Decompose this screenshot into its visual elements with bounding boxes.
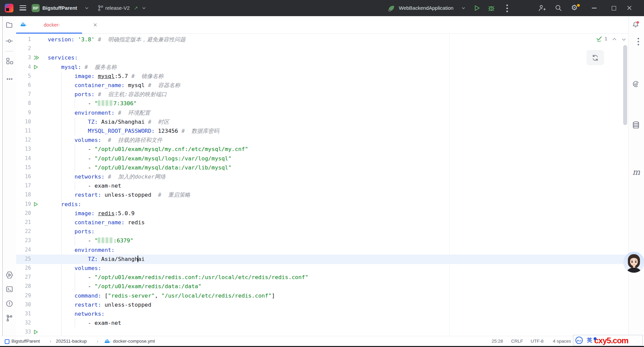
breadcrumb-folder[interactable]: 202511-backup <box>56 336 87 346</box>
code-text[interactable]: services: <box>48 53 78 62</box>
tab-docker-compose[interactable]: docker-compose.yml <box>16 16 84 34</box>
code-line: 23 - ":6379" <box>16 236 628 245</box>
code-text[interactable]: environment: # 环境配置 <box>48 108 150 117</box>
code-text[interactable]: version: '3.8' # 明确指定版本，避免兼容性问题 <box>48 35 186 44</box>
code-text[interactable]: - "/opt/u01/exam/mysql/data:/var/lib/mys… <box>48 163 231 172</box>
code-text[interactable]: - ":6379" <box>48 236 134 245</box>
breadcrumb-file[interactable]: docker-compose.yml <box>113 336 155 346</box>
line-number: 6 <box>16 81 31 90</box>
code-line: 7 ports: # 宿主机:容器的映射端口 <box>16 90 628 99</box>
tab-close-icon[interactable] <box>93 23 98 27</box>
code-text[interactable]: networks: <box>48 309 105 318</box>
code-text[interactable]: redis: <box>48 200 81 209</box>
code-text[interactable]: image: redis:5.0.9 <box>48 209 135 218</box>
search-icon[interactable] <box>555 4 562 12</box>
watermark-logo: cxy5.com <box>594 336 628 345</box>
run-gutter-icon[interactable] <box>33 64 39 71</box>
chevron-down-icon[interactable] <box>461 6 465 10</box>
code-text[interactable]: environment: <box>48 245 115 255</box>
refresh-button[interactable] <box>586 50 604 65</box>
debug-button[interactable] <box>488 4 495 12</box>
code-text[interactable]: - "/opt/u01/exam/mysql/logs:/var/log/mys… <box>48 154 231 163</box>
more-actions-icon[interactable]: ••• <box>504 4 510 13</box>
ime-language[interactable]: 英 <box>587 337 592 344</box>
structure-tool-icon[interactable] <box>6 57 13 65</box>
chevron-down-icon[interactable] <box>85 6 89 10</box>
code-text[interactable]: restart: unless-stopped <box>48 300 151 309</box>
git-tool-icon[interactable] <box>6 314 13 322</box>
code-line: 13 - "/opt/u01/exam/mysql/my.cnf:/etc/my… <box>16 145 628 154</box>
code-text[interactable]: - "7:3306" <box>48 99 137 108</box>
maven-tool-icon[interactable]: m <box>631 167 641 177</box>
code-text[interactable]: mysql: # 服务名称 <box>48 63 117 72</box>
ai-assistant-icon[interactable] <box>632 80 639 87</box>
code-line: 26 volumes: <box>16 264 628 273</box>
update-branch-icon[interactable]: ↗ <box>134 0 138 16</box>
code-line: 9 environment: # 环境配置 <box>16 108 628 118</box>
next-problem-icon[interactable] <box>621 38 626 41</box>
notifications-bell-icon[interactable] <box>632 21 639 28</box>
chevron-down-icon[interactable] <box>142 6 146 10</box>
code-text[interactable]: volumes: # 挂载的路径和文件 <box>48 136 162 145</box>
settings-gear-icon[interactable]: ⚙ <box>571 0 578 16</box>
database-tool-icon[interactable] <box>632 121 639 128</box>
inspections-widget[interactable]: 1 <box>596 35 628 43</box>
problems-tool-icon[interactable] <box>6 300 13 307</box>
project-tool-icon[interactable] <box>6 22 13 29</box>
branch-name[interactable]: release-V2 <box>105 0 130 16</box>
code-text[interactable]: - "/opt/u01/exam/redis/data:/data" <box>48 282 201 291</box>
project-name[interactable]: BigstuffParent <box>42 0 77 16</box>
redacted-blur <box>98 237 113 243</box>
line-separator[interactable]: CRLF <box>511 336 523 346</box>
code-text[interactable]: command: ["redis-server", "/usr/local/et… <box>48 291 275 300</box>
project-badge[interactable]: BP <box>32 4 40 12</box>
code-text[interactable]: - "/opt/u01/exam/redis/redis.conf:/usr/l… <box>48 273 308 282</box>
run-gutter-icon[interactable] <box>33 201 39 208</box>
code-line: 1version: '3.8' # 明确指定版本，避免兼容性问题 <box>16 35 628 44</box>
code-line: 15 - "/opt/u01/exam/mysql/data:/var/lib/… <box>16 163 628 172</box>
code-text[interactable]: TZ: Asia/Shanghai <box>48 255 145 264</box>
code-line: 20 image: redis:5.0.9 <box>16 209 628 218</box>
add-user-icon[interactable] <box>538 4 546 12</box>
main-menu-icon[interactable] <box>20 5 26 10</box>
code-text[interactable]: container_name: redis <box>48 218 145 227</box>
code-text[interactable]: - exam-net <box>48 318 121 327</box>
run-button[interactable] <box>473 5 480 11</box>
commit-tool-icon[interactable] <box>5 37 13 45</box>
code-text[interactable]: restart: unless-stopped # 重启策略 <box>48 190 190 199</box>
breadcrumb-project[interactable]: BigstuffParent <box>11 336 40 346</box>
code-text[interactable]: ports: <box>48 227 94 236</box>
code-text[interactable]: volumes: <box>48 264 101 273</box>
window-minimize-button[interactable] <box>586 0 602 16</box>
line-number: 12 <box>16 136 31 145</box>
run-tool-icon[interactable] <box>5 271 13 278</box>
window-maximize-button[interactable] <box>606 0 621 16</box>
line-number: 1 <box>16 35 31 44</box>
caret-position[interactable]: 25:28 <box>492 336 503 346</box>
editor-scrollbar[interactable] <box>623 45 627 125</box>
file-encoding[interactable]: UTF-8 <box>531 336 543 346</box>
run-configuration[interactable]: WebBackendApplication <box>399 0 453 16</box>
run-gutter-icon[interactable] <box>33 55 40 62</box>
code-text[interactable]: networks: # 加入的docker网络 <box>48 172 166 181</box>
project-widget-icon[interactable] <box>5 339 9 344</box>
tab-options-icon[interactable]: ••• <box>635 37 642 46</box>
code-text[interactable]: container_name: mysql # 容器名称 <box>48 81 180 90</box>
code-text[interactable]: image: mysql:5.7 # 镜像名称 <box>48 72 163 81</box>
more-tool-windows-icon[interactable]: ••• <box>5 76 14 82</box>
code-text[interactable]: - "/opt/u01/exam/mysql/my.cnf:/etc/mysql… <box>48 145 248 154</box>
intellij-logo-icon[interactable] <box>5 4 13 12</box>
indent-setting[interactable]: 4 spaces <box>553 336 571 346</box>
code-text[interactable]: - exam-net <box>48 181 121 190</box>
settings-notification-dot <box>577 4 580 7</box>
code-editor[interactable]: 1version: '3.8' # 明确指定版本，避免兼容性问题23servic… <box>16 34 628 336</box>
code-text[interactable]: TZ: Asia/Shanghai # 时区 <box>48 117 169 126</box>
prev-problem-icon[interactable] <box>612 38 617 41</box>
run-gutter-icon[interactable] <box>33 329 39 336</box>
line-number: 25 <box>16 255 31 264</box>
code-text[interactable]: MYSQL_ROOT_PASSWORD: 123456 # 数据库密码 <box>48 126 219 136</box>
editor-tab-bar: docker-compose.yml ••• <box>16 16 628 34</box>
terminal-tool-icon[interactable] <box>6 285 13 293</box>
code-line: 10 TZ: Asia/Shanghai # 时区 <box>16 117 628 127</box>
code-text[interactable]: ports: # 宿主机:容器的映射端口 <box>48 90 167 99</box>
